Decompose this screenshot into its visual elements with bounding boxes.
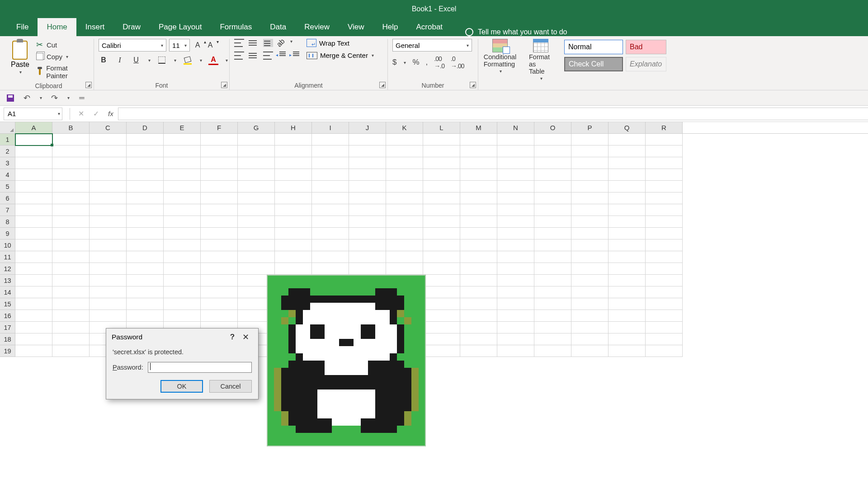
cell[interactable] — [460, 275, 497, 286]
cell[interactable] — [164, 298, 201, 310]
cell[interactable] — [646, 216, 683, 228]
cell[interactable] — [534, 134, 571, 145]
cell[interactable] — [90, 216, 127, 228]
cell[interactable] — [15, 322, 52, 333]
column-header[interactable]: F — [201, 122, 238, 133]
cell[interactable] — [52, 298, 90, 310]
cell[interactable] — [460, 145, 497, 157]
cell[interactable] — [127, 216, 164, 228]
cell[interactable] — [127, 169, 164, 181]
cell[interactable] — [386, 134, 423, 145]
cell[interactable] — [423, 298, 460, 310]
cell[interactable] — [238, 134, 275, 145]
cell[interactable] — [423, 169, 460, 181]
cell[interactable] — [609, 275, 646, 286]
cell[interactable] — [460, 134, 497, 145]
cell[interactable] — [460, 192, 497, 204]
row-header[interactable]: 5 — [0, 181, 15, 192]
cell[interactable] — [312, 216, 349, 228]
column-header[interactable]: P — [571, 122, 609, 133]
cell[interactable] — [386, 216, 423, 228]
cell[interactable] — [349, 157, 386, 169]
comma-format-button[interactable]: , — [426, 58, 428, 67]
font-color-button[interactable]: A — [208, 55, 218, 65]
cell[interactable] — [349, 181, 386, 192]
cut-button[interactable]: ✂ Cut — [36, 40, 89, 50]
cell[interactable] — [609, 333, 646, 345]
cell[interactable] — [460, 228, 497, 239]
cell[interactable] — [460, 333, 497, 345]
cell[interactable] — [127, 310, 164, 322]
column-header[interactable]: B — [52, 122, 90, 133]
cell[interactable] — [646, 192, 683, 204]
cell[interactable] — [52, 134, 90, 145]
cell[interactable] — [15, 275, 52, 286]
decrease-decimal-button[interactable]: .0→.00 — [451, 55, 464, 70]
row-header[interactable]: 9 — [0, 228, 15, 239]
cell[interactable] — [127, 275, 164, 286]
cell[interactable] — [571, 310, 609, 322]
accounting-format-button[interactable]: $ — [392, 58, 396, 67]
cell[interactable] — [15, 263, 52, 275]
font-size-combo[interactable]: 11▾ — [169, 39, 190, 52]
alignment-dialog-launcher[interactable]: ◢ — [379, 82, 386, 88]
cell[interactable] — [52, 157, 90, 169]
increase-indent-button[interactable] — [290, 52, 299, 59]
cell[interactable] — [164, 228, 201, 239]
column-header[interactable]: J — [349, 122, 386, 133]
cell[interactable] — [534, 333, 571, 345]
cell[interactable] — [238, 204, 275, 216]
cell[interactable] — [646, 263, 683, 275]
cell[interactable] — [52, 228, 90, 239]
cell[interactable] — [571, 216, 609, 228]
cell[interactable] — [423, 345, 460, 357]
cell[interactable] — [349, 239, 386, 251]
cell[interactable] — [275, 216, 312, 228]
cell[interactable] — [609, 345, 646, 357]
align-right-button[interactable] — [263, 52, 273, 60]
cell[interactable] — [571, 275, 609, 286]
cell[interactable] — [201, 251, 238, 263]
row-header[interactable]: 2 — [0, 145, 15, 157]
cell[interactable] — [646, 345, 683, 357]
cell[interactable] — [609, 216, 646, 228]
cell[interactable] — [349, 228, 386, 239]
cell[interactable] — [646, 169, 683, 181]
cell[interactable] — [534, 216, 571, 228]
cell[interactable] — [238, 192, 275, 204]
cell[interactable] — [386, 228, 423, 239]
cell[interactable] — [423, 263, 460, 275]
cell[interactable] — [534, 145, 571, 157]
cell[interactable] — [52, 216, 90, 228]
cell[interactable] — [386, 192, 423, 204]
cell[interactable] — [15, 192, 52, 204]
cell[interactable] — [534, 275, 571, 286]
fill-color-button[interactable] — [183, 55, 193, 65]
cell[interactable] — [312, 181, 349, 192]
cell[interactable] — [646, 286, 683, 298]
merge-center-button[interactable]: Merge & Center ▾ — [307, 52, 374, 59]
chevron-down-icon[interactable]: ▾ — [226, 58, 228, 63]
cell[interactable] — [164, 216, 201, 228]
cell[interactable] — [275, 192, 312, 204]
cell[interactable] — [275, 251, 312, 263]
cell[interactable] — [275, 263, 312, 275]
row-header[interactable]: 13 — [0, 275, 15, 286]
cell[interactable] — [90, 157, 127, 169]
row-header[interactable]: 3 — [0, 157, 15, 169]
cell[interactable] — [15, 228, 52, 239]
cell[interactable] — [609, 298, 646, 310]
cell[interactable] — [646, 239, 683, 251]
cell[interactable] — [460, 157, 497, 169]
column-header[interactable]: K — [386, 122, 423, 133]
cell[interactable] — [646, 228, 683, 239]
clipboard-dialog-launcher[interactable]: ◢ — [85, 82, 92, 88]
tab-formulas[interactable]: Formulas — [211, 18, 261, 36]
cell[interactable] — [349, 145, 386, 157]
cell[interactable] — [90, 228, 127, 239]
column-header[interactable]: I — [312, 122, 349, 133]
cell[interactable] — [460, 263, 497, 275]
tab-insert[interactable]: Insert — [76, 18, 114, 36]
cell[interactable] — [423, 216, 460, 228]
cell[interactable] — [423, 192, 460, 204]
